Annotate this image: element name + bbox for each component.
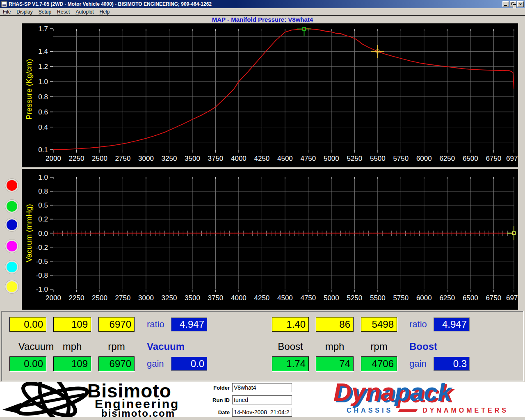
title-bar: RHAS-SP V1.7-05 (2WD - Motor Vehicle 400…	[0, 0, 525, 8]
svg-text:2000: 2000	[46, 155, 61, 162]
svg-text:5000: 5000	[324, 294, 339, 302]
dynapack-word-dyna: Dyna	[333, 378, 395, 406]
plot-color-button-yellow[interactable]	[5, 280, 18, 293]
date-label: Date	[205, 409, 230, 415]
svg-text:1.4: 1.4	[38, 48, 48, 55]
svg-text:0.8: 0.8	[38, 187, 48, 195]
boost-cursor-rpm: 5498	[361, 317, 397, 332]
svg-text:5250: 5250	[347, 294, 362, 302]
svg-text:0.1: 0.1	[38, 146, 48, 154]
svg-text:0.4: 0.4	[38, 123, 48, 131]
svg-text:4250: 4250	[254, 294, 269, 302]
pressure-plot[interactable]: 2000225025002750300032503500375040004250…	[22, 23, 518, 167]
boost-gain-label: gain	[409, 356, 432, 371]
svg-text:1.7: 1.7	[38, 25, 48, 33]
folder-input[interactable]	[232, 383, 292, 392]
boost-ratio-label: ratio	[409, 317, 432, 332]
boost-gain-cursor-value: 1.74	[272, 356, 309, 371]
svg-text:Vacuum (mmHg): Vacuum (mmHg)	[25, 204, 33, 262]
plot-color-button-magenta[interactable]	[5, 240, 18, 253]
plot-color-button-cyan[interactable]	[5, 260, 18, 274]
window-bottom-edge	[0, 417, 525, 420]
svg-text:4500: 4500	[277, 294, 293, 302]
svg-text:6250: 6250	[439, 155, 455, 162]
svg-text:6750: 6750	[486, 294, 501, 302]
boost-cursor-mph: 86	[316, 317, 354, 332]
mph-column-label-left: mph	[53, 340, 91, 353]
svg-text:4500: 4500	[277, 155, 293, 162]
svg-text:5250: 5250	[347, 155, 362, 162]
svg-text:-0.8: -0.8	[36, 272, 48, 279]
run-id-input[interactable]	[232, 395, 292, 404]
svg-text:2250: 2250	[69, 155, 84, 162]
mph-column-label-right: mph	[316, 340, 354, 353]
plot-color-button-green[interactable]	[5, 200, 18, 213]
svg-text:4250: 4250	[254, 155, 269, 162]
plot-color-button-blue[interactable]	[5, 218, 18, 231]
plot-color-button-red[interactable]	[5, 179, 18, 192]
menu-item-help[interactable]: Help	[97, 8, 113, 16]
svg-text:3750: 3750	[208, 294, 224, 302]
values-panel: 0.00 109 6970 ratio 4.947 Vacuum mph rpm…	[1, 311, 524, 381]
vacuum-column-label: Vacuum	[14, 340, 59, 353]
vacuum-gain-value[interactable]: 0.0	[171, 357, 207, 371]
menu-bar: FileDisplaySetupResetAutoplotHelp	[0, 8, 525, 16]
svg-text:-0.5: -0.5	[36, 258, 48, 265]
vacuum-section-label: Vacuum	[147, 340, 185, 353]
dynapack-word-pack: pack	[395, 378, 452, 406]
boost-gain-value[interactable]: 0.3	[434, 357, 470, 371]
vacuum-plot[interactable]: 2000225025002750300032503500375040004250…	[22, 169, 518, 310]
date-input[interactable]	[232, 408, 292, 417]
svg-text:6000: 6000	[416, 155, 432, 162]
svg-text:2750: 2750	[115, 294, 131, 302]
close-icon: ×	[519, 2, 522, 7]
svg-text:2750: 2750	[115, 155, 131, 162]
svg-text:4750: 4750	[300, 294, 316, 302]
rpm-column-label-right: rpm	[361, 340, 397, 353]
boost-gain-cursor-mph: 74	[316, 356, 354, 371]
close-button[interactable]: ×	[517, 1, 524, 7]
dynapack-tagline-dynamometers: DYNAMOMETERS	[422, 407, 509, 414]
vacuum-gain-cursor-mph: 109	[53, 356, 91, 371]
menu-item-autoplot[interactable]: Autoplot	[73, 8, 96, 16]
svg-text:5750: 5750	[393, 294, 409, 302]
restore-icon	[511, 2, 514, 5]
svg-text:5000: 5000	[324, 155, 339, 162]
svg-text:0.0: 0.0	[38, 230, 48, 237]
svg-text:-1.0: -1.0	[36, 285, 48, 293]
boost-section-label: Boost	[409, 340, 437, 353]
svg-text:4000: 4000	[231, 294, 247, 302]
restore-button[interactable]	[510, 1, 516, 7]
svg-text:Pressure (Kg/cm): Pressure (Kg/cm)	[25, 59, 33, 120]
menu-item-display[interactable]: Display	[14, 8, 35, 16]
svg-text:6970: 6970	[506, 155, 518, 162]
boost-gain-cursor-rpm: 4706	[361, 356, 397, 371]
run-id-label: Run ID	[205, 397, 230, 403]
window-title: RHAS-SP V1.7-05 (2WD - Motor Vehicle 400…	[9, 1, 502, 7]
dynapack-dash-icon	[398, 409, 418, 412]
svg-text:3000: 3000	[138, 155, 154, 162]
svg-text:3000: 3000	[138, 294, 154, 302]
vacuum-cursor-mph: 109	[53, 317, 91, 332]
svg-text:5500: 5500	[370, 155, 386, 162]
svg-text:2500: 2500	[92, 294, 107, 302]
svg-text:2500: 2500	[92, 155, 107, 162]
svg-text:3500: 3500	[185, 155, 200, 162]
minimize-button[interactable]	[502, 1, 509, 7]
vacuum-gain-cursor-value: 0.00	[9, 356, 46, 371]
menu-item-reset[interactable]: Reset	[54, 8, 73, 16]
svg-text:0.2: 0.2	[38, 215, 48, 223]
svg-text:1.0: 1.0	[38, 173, 48, 181]
svg-text:4750: 4750	[300, 155, 316, 162]
boost-cursor-value: 1.40	[272, 317, 309, 332]
folder-label: Folder	[205, 385, 230, 391]
svg-text:6750: 6750	[486, 155, 501, 162]
vacuum-cursor-value: 0.00	[9, 317, 46, 332]
vacuum-chart-panel: 2000225025002750300032503500375040004250…	[22, 169, 518, 310]
vacuum-gain-label: gain	[147, 356, 169, 371]
vacuum-ratio-label: ratio	[147, 317, 169, 332]
menu-item-file[interactable]: File	[0, 8, 14, 16]
menu-item-setup[interactable]: Setup	[36, 8, 54, 16]
svg-text:4000: 4000	[231, 155, 247, 162]
svg-text:0.5: 0.5	[38, 201, 48, 209]
